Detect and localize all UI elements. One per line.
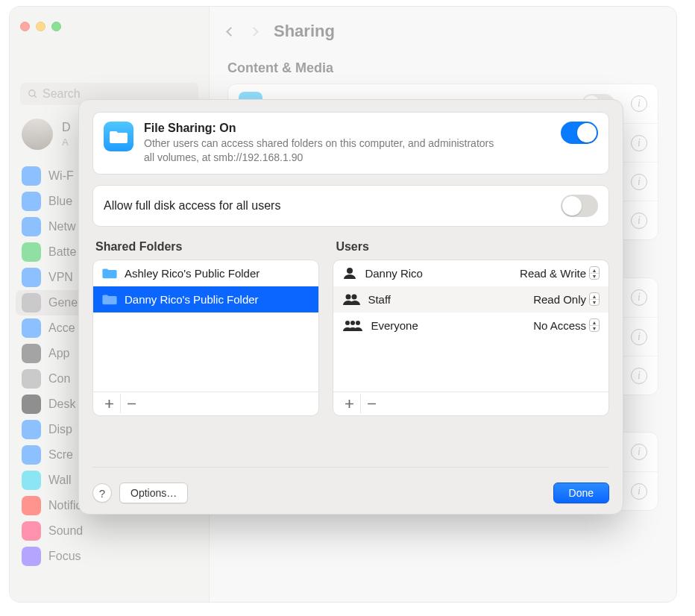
group-icon <box>342 293 360 305</box>
everyone-icon <box>342 319 363 331</box>
permission-stepper[interactable]: ▲ ▼ <box>589 292 600 306</box>
plus-icon <box>104 399 114 409</box>
user-permission: No Access <box>533 319 586 332</box>
chevron-up-icon: ▲ <box>590 267 599 274</box>
person-icon <box>342 267 357 279</box>
user-name: Staff <box>368 293 391 306</box>
folder-icon <box>102 267 117 279</box>
plus-icon <box>345 399 354 409</box>
chevron-up-icon: ▲ <box>590 319 599 326</box>
users-list: Danny Rico Read & Write ▲ ▼ Staff Read O… <box>333 260 609 416</box>
users-title: Users <box>336 240 609 254</box>
file-sharing-toggle[interactable] <box>561 122 598 144</box>
full-disk-access-label: Allow full disk access for all users <box>104 199 280 213</box>
user-permission: Read & Write <box>520 267 586 280</box>
remove-user-button[interactable] <box>360 394 383 413</box>
sheet-footer: ? Options… Done <box>92 467 609 503</box>
file-sharing-sheet: File Sharing: On Other users can access … <box>78 99 623 515</box>
help-button[interactable]: ? <box>92 483 112 503</box>
full-disk-access-row: Allow full disk access for all users <box>92 185 609 227</box>
chevron-down-icon: ▼ <box>590 274 599 280</box>
svg-point-7 <box>352 295 357 300</box>
user-permission: Read Only <box>533 293 586 306</box>
help-icon: ? <box>99 487 105 500</box>
svg-point-5 <box>347 268 353 274</box>
chevron-up-icon: ▲ <box>590 293 599 300</box>
user-row[interactable]: Danny Rico Read & Write ▲ ▼ <box>333 260 608 286</box>
minus-icon <box>367 399 377 409</box>
svg-point-8 <box>345 321 350 325</box>
shared-folders-title: Shared Folders <box>95 240 319 254</box>
shared-folder-row[interactable]: Ashley Rico's Public Folder <box>93 260 318 286</box>
permission-stepper[interactable]: ▲ ▼ <box>589 266 600 280</box>
chevron-down-icon: ▼ <box>590 326 599 332</box>
modal-overlay: File Sharing: On Other users can access … <box>0 0 695 616</box>
full-disk-access-toggle[interactable] <box>561 195 598 217</box>
user-name: Danny Rico <box>365 267 423 280</box>
file-sharing-title: File Sharing: On <box>144 122 550 135</box>
folder-label: Danny Rico's Public Folder <box>125 293 259 306</box>
svg-point-10 <box>356 321 360 325</box>
permission-stepper[interactable]: ▲ ▼ <box>589 318 600 332</box>
shared-folders-list: Ashley Rico's Public Folder Danny Rico's… <box>92 260 319 416</box>
user-name: Everyone <box>371 319 418 332</box>
done-button[interactable]: Done <box>553 483 609 503</box>
file-sharing-desc: Other users can access shared folders on… <box>144 136 502 165</box>
minus-icon <box>127 399 136 409</box>
user-row[interactable]: Staff Read Only ▲ ▼ <box>333 286 608 312</box>
chevron-down-icon: ▼ <box>590 300 599 306</box>
svg-point-6 <box>346 295 351 300</box>
options-label: Options… <box>130 487 177 499</box>
add-folder-button[interactable] <box>98 394 120 413</box>
user-row[interactable]: Everyone No Access ▲ ▼ <box>333 312 608 339</box>
file-sharing-icon <box>104 122 133 151</box>
file-sharing-card: File Sharing: On Other users can access … <box>92 112 609 175</box>
remove-folder-button[interactable] <box>120 394 142 413</box>
options-button[interactable]: Options… <box>119 483 188 503</box>
done-label: Done <box>569 487 594 499</box>
folder-icon <box>102 293 117 305</box>
shared-folder-row[interactable]: Danny Rico's Public Folder <box>93 286 318 312</box>
add-user-button[interactable] <box>338 394 360 413</box>
svg-point-9 <box>350 321 355 325</box>
folder-label: Ashley Rico's Public Folder <box>125 267 260 280</box>
